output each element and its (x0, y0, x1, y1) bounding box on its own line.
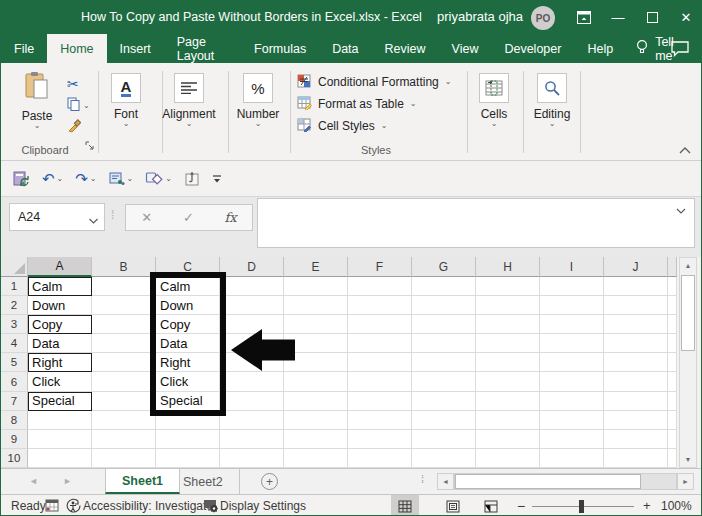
draw-shapes-button[interactable]: ⌄ (141, 168, 176, 189)
grid-cell-h7[interactable] (476, 392, 540, 411)
column-header-d[interactable]: D (220, 257, 284, 277)
sheet-tab-sheet2[interactable]: Sheet2 (167, 469, 240, 494)
grid-cell-g9[interactable] (412, 430, 476, 449)
grid-cell-e8[interactable] (284, 411, 348, 430)
row-header-7[interactable]: 7 (1, 392, 28, 411)
alignment-group-button[interactable]: Alignment ⌄ (158, 71, 220, 127)
grid-cell-f10[interactable] (348, 449, 412, 468)
tab-page-layout[interactable]: Page Layout (164, 34, 241, 63)
grid-cell-c4[interactable]: Data (156, 334, 220, 353)
grid-cell-j7[interactable] (604, 392, 668, 411)
page-break-preview-button[interactable] (477, 495, 505, 516)
grid-cell-f4[interactable] (348, 334, 412, 353)
scroll-up-icon[interactable]: ▲ (680, 258, 696, 273)
undo-chevron-icon[interactable]: ⌄ (57, 176, 64, 182)
grid-cell-c1[interactable]: Calm (156, 277, 220, 296)
cells-group-button[interactable]: Cells ⌄ (465, 71, 523, 127)
tab-review[interactable]: Review (372, 34, 439, 63)
grid-cell-e4[interactable] (284, 334, 348, 353)
row-header-1[interactable]: 1 (1, 277, 28, 296)
grid-cell-b4[interactable] (92, 334, 156, 353)
grid-cell-f6[interactable] (348, 372, 412, 391)
form-controls-button[interactable]: ⌄ (105, 169, 138, 189)
grid-cell-e10[interactable] (284, 449, 348, 468)
draw-shapes-chevron-icon[interactable]: ⌄ (165, 176, 172, 182)
grid-cell-g7[interactable] (412, 392, 476, 411)
tab-developer[interactable]: Developer (491, 34, 574, 63)
grid-cell-i9[interactable] (540, 430, 604, 449)
grid-cell-g6[interactable] (412, 372, 476, 391)
zoom-in-button[interactable]: + (643, 498, 651, 513)
grid-cell-d1[interactable] (220, 277, 284, 296)
grid-cell-c8[interactable] (156, 411, 220, 430)
minimize-button[interactable]: — (601, 1, 635, 34)
grid-cell-e2[interactable] (284, 296, 348, 315)
formula-input[interactable] (257, 198, 695, 248)
maximize-button[interactable] (635, 1, 669, 34)
scroll-left-icon[interactable]: ◄ (437, 473, 454, 490)
grid-cell-d8[interactable] (220, 411, 284, 430)
grid-cell-a2[interactable]: Down (28, 296, 92, 315)
grid-cell-b10[interactable] (92, 449, 156, 468)
grid-cell-c6[interactable]: Click (156, 372, 220, 391)
grid-cell-a6[interactable]: Click (28, 372, 92, 391)
tab-splitter-grip[interactable]: ⁞ (421, 473, 424, 485)
grid-cell-e6[interactable] (284, 372, 348, 391)
grid-cell-i7[interactable] (540, 392, 604, 411)
grid-cell-a8[interactable] (28, 411, 92, 430)
touch-mouse-mode-button[interactable] (180, 168, 204, 190)
grid-cell-j10[interactable] (604, 449, 668, 468)
grid-cell-b3[interactable] (92, 315, 156, 334)
grid-cell-g4[interactable] (412, 334, 476, 353)
grid-cell-i2[interactable] (540, 296, 604, 315)
grid-cell-i4[interactable] (540, 334, 604, 353)
sheet-nav-right-icon[interactable]: ► (63, 476, 72, 486)
editing-group-button[interactable]: Editing ⌄ (522, 71, 582, 127)
grid-cell-d7[interactable] (220, 392, 284, 411)
grid-cell-i10[interactable] (540, 449, 604, 468)
grid-cell-partial[interactable] (668, 449, 677, 468)
grid-cell-f8[interactable] (348, 411, 412, 430)
grid-cell-j2[interactable] (604, 296, 668, 315)
customize-qat-button[interactable] (208, 170, 226, 188)
grid-cell-i8[interactable] (540, 411, 604, 430)
grid-cell-j6[interactable] (604, 372, 668, 391)
column-header-c[interactable]: C (156, 257, 220, 277)
grid-cell-e1[interactable] (284, 277, 348, 296)
grid-cell-j5[interactable] (604, 353, 668, 372)
account-user-name[interactable]: priyabrata ojha (437, 9, 523, 24)
grid-cell-g5[interactable] (412, 353, 476, 372)
grid-cell-d6[interactable] (220, 372, 284, 391)
grid-cell-h9[interactable] (476, 430, 540, 449)
tab-home[interactable]: Home (47, 34, 106, 63)
row-header-3[interactable]: 3 (1, 315, 28, 334)
new-sheet-button[interactable]: + (261, 473, 278, 490)
row-header-2[interactable]: 2 (1, 296, 28, 315)
insert-function-icon[interactable]: fx (224, 210, 236, 225)
number-group-button[interactable]: % Number ⌄ (227, 71, 289, 127)
name-box-dropdown-icon[interactable] (89, 213, 98, 227)
grid-cell-g10[interactable] (412, 449, 476, 468)
tab-insert[interactable]: Insert (107, 34, 164, 63)
accessibility-status[interactable]: Accessibility: Investigate (83, 499, 213, 513)
horizontal-scroll-thumb[interactable] (455, 474, 641, 489)
tell-me[interactable]: Tell me (626, 34, 702, 63)
close-button[interactable]: ✕ (669, 1, 702, 34)
column-header-partial[interactable] (668, 257, 677, 277)
grid-cell-f3[interactable] (348, 315, 412, 334)
grid-cell-f9[interactable] (348, 430, 412, 449)
grid-cell-g8[interactable] (412, 411, 476, 430)
grid-cell-b8[interactable] (92, 411, 156, 430)
tab-formulas[interactable]: Formulas (241, 34, 319, 63)
grid-cell-j4[interactable] (604, 334, 668, 353)
grid-cell-h4[interactable] (476, 334, 540, 353)
grid-cell-a9[interactable] (28, 430, 92, 449)
tab-view[interactable]: View (439, 34, 492, 63)
grid-cell-b2[interactable] (92, 296, 156, 315)
zoom-level[interactable]: 100% (661, 499, 692, 513)
grid-cell-i1[interactable] (540, 277, 604, 296)
grid-cell-a10[interactable] (28, 449, 92, 468)
row-header-8[interactable]: 8 (1, 411, 28, 430)
zoom-slider-thumb[interactable] (579, 500, 584, 513)
grid-cell-c7[interactable]: Special (156, 392, 220, 411)
